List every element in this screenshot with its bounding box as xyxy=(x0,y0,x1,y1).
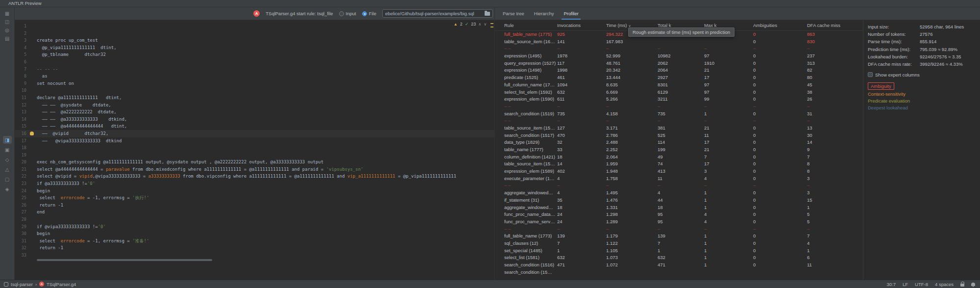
tab-hierarchy[interactable]: Hierarchy xyxy=(529,7,559,20)
table-row[interactable]: aggregate_windowed…181.33118101 xyxy=(495,204,863,211)
antlr-preview-icon[interactable]: ◨ xyxy=(3,136,12,144)
code-line[interactable]: 28 xyxy=(15,216,494,223)
table-row[interactable]: expression_elem (1589)4021.948413308 xyxy=(495,168,863,175)
code-line[interactable]: 19 xyxy=(15,152,494,159)
table-row[interactable]: full_table_name (1773)1391.179139107 xyxy=(495,233,863,240)
caret-position[interactable]: 30:7 xyxy=(886,282,896,287)
code-line[interactable]: 26 return -1 xyxy=(15,202,494,209)
input-radio[interactable]: Input xyxy=(339,11,356,16)
code-line[interactable]: 21select @a44444444444444 = paravalue fr… xyxy=(15,166,494,173)
table-row[interactable]: table_source_item (15…141.959741708 xyxy=(495,160,863,168)
tool-window-icon-3[interactable]: △ xyxy=(3,165,12,173)
tool-window-icon-2[interactable]: ◇ xyxy=(3,156,12,163)
code-line[interactable]: 7-- -- -- xyxy=(15,66,494,73)
code-line[interactable]: 31 select errorcode = -1, errormsg = '准备… xyxy=(15,237,494,245)
code-line[interactable]: 3create proc up_com_test xyxy=(15,37,494,44)
table-row[interactable]: search_condition (1519)7354.1587351031 xyxy=(495,110,863,118)
code-line[interactable]: 18 xyxy=(15,144,494,152)
code-line[interactable]: 8 as xyxy=(15,73,494,80)
table-row[interactable]: – ––––––– xyxy=(495,117,863,125)
table-row[interactable]: expression_elem (1590)6115.266321199026 xyxy=(495,96,863,103)
indent-size[interactable]: 4 spaces xyxy=(935,282,954,287)
table-row[interactable]: query_expression (1527)11748.76120621910… xyxy=(495,60,863,67)
table-row[interactable]: func_proc_name_serv…241.28995405 xyxy=(495,218,863,226)
table-row[interactable]: column_definition (1421)182.06449707 xyxy=(495,154,863,161)
error-stripe-mark[interactable] xyxy=(490,23,493,24)
prev-issue-icon[interactable]: ∧ xyxy=(478,22,481,26)
code-line[interactable]: 9set nocount on xyxy=(15,80,494,87)
horizontal-scrollbar[interactable] xyxy=(37,259,212,261)
code-line[interactable]: 14 —— —— @a333333333333 dtkind, xyxy=(15,116,494,123)
column-header-invocations[interactable]: Invocations xyxy=(557,23,606,28)
notifications-bell-icon[interactable] xyxy=(971,283,975,286)
table-row[interactable]: select_list (1581)6321.073632106 xyxy=(495,254,863,262)
table-row[interactable]: execute_parameter (1…41.75811403 xyxy=(495,175,863,183)
table-row[interactable]: expression (1495)197852.99910982970237 xyxy=(495,52,863,60)
code-line[interactable]: 29if @vipa333333333333 !='0' xyxy=(15,223,494,231)
code-line[interactable]: 4 @p_vipa1111111111111 dtint, xyxy=(15,44,494,52)
column-header-rule[interactable]: Rule xyxy=(504,23,557,28)
tool-window-icon-1[interactable]: ▣ xyxy=(3,146,12,154)
inspections-widget[interactable]: ▲2 ✓23 ∧ ∨ xyxy=(454,22,487,26)
code-line[interactable]: 13 —— —— @a2222222222 dtdate, xyxy=(15,108,494,116)
breadcrumb-file[interactable]: TSqlParser.g4 xyxy=(47,282,76,287)
table-row[interactable]: sql_clauses (12)71.1227104 xyxy=(495,240,863,247)
bookmarks-icon[interactable]: ▤ xyxy=(3,34,12,42)
table-row[interactable]: if_statement (31)351.476441015 xyxy=(495,197,863,204)
table-row[interactable]: table_name (1777)332.2521992109 xyxy=(495,146,863,154)
tab-parse-tree[interactable]: Parse tree xyxy=(498,7,529,20)
table-row[interactable]: search_condition (1517)4702.78652511030 xyxy=(495,132,863,139)
table-row[interactable]: data_type (1829)322.48811417014 xyxy=(495,139,863,146)
structure-icon[interactable]: ◫ xyxy=(3,18,12,26)
column-header-ambiguities[interactable]: Ambiguities xyxy=(753,23,807,28)
code-line[interactable]: 15 —— —— @a44444444444444 dtint, xyxy=(15,123,494,130)
table-row[interactable]: aggregate_windowed…41.4954103 xyxy=(495,189,863,197)
intention-bulb-icon[interactable] xyxy=(30,131,34,135)
table-row[interactable]: set_special (1485)11.1051101 xyxy=(495,247,863,255)
code-line[interactable]: 2 xyxy=(15,30,494,37)
file-radio[interactable]: File xyxy=(362,11,376,16)
table-row[interactable]: select_list_elem (1592)6326.669612997038 xyxy=(495,89,863,96)
next-issue-icon[interactable]: ∨ xyxy=(484,22,487,26)
table-row[interactable]: full_column_name (17…10948.635830197045 xyxy=(495,81,863,89)
file-path-field[interactable]: ebelice/Github/tsql-parser/examples/big.… xyxy=(382,9,493,18)
table-row[interactable]: func_proc_name_data…241.29895405 xyxy=(495,211,863,218)
code-line[interactable]: 16 —— @vipid dtchar32, xyxy=(15,130,494,137)
code-line[interactable]: 33 xyxy=(15,252,494,259)
folder-icon[interactable] xyxy=(485,12,490,16)
table-row[interactable]: table_source_item (16…141167.9830830 xyxy=(495,38,863,46)
encoding[interactable]: UTF-8 xyxy=(915,282,928,287)
line-ending[interactable]: LF xyxy=(903,282,908,287)
table-row[interactable]: – ––––––– xyxy=(495,182,863,189)
table-row[interactable]: search_condition (1516)4711.0724711011 xyxy=(495,262,863,269)
tab-profiler[interactable]: Profiler xyxy=(559,7,583,20)
code-line[interactable]: 1 xyxy=(15,23,494,30)
column-header-dfa-cache-miss[interactable]: DFA cache miss xyxy=(807,23,862,28)
code-line[interactable]: 11declare @a1111111111111 dtint, xyxy=(15,94,494,102)
table-row[interactable]: table_source_item (15…1273.17138121013 xyxy=(495,125,863,132)
readonly-lock-icon[interactable] xyxy=(960,284,964,287)
table-row[interactable]: – ––––––– xyxy=(495,103,863,110)
code-line[interactable]: 27end xyxy=(15,209,494,216)
code-line[interactable]: 23if @a33333333333 !='0' xyxy=(15,180,494,187)
breadcrumb-project[interactable]: tsql-parser xyxy=(11,282,33,287)
code-line[interactable]: 22select @vipid = vipid,@vipa33333333333… xyxy=(15,173,494,180)
code-line[interactable]: 25 select errorcode = -1, errormsg = '执行… xyxy=(15,194,494,202)
tool-window-icon-4[interactable]: ▢ xyxy=(3,175,12,183)
code-editor[interactable]: ▲2 ✓23 ∧ ∨ 123create proc up_com_test4 @… xyxy=(15,20,494,280)
code-line[interactable]: 32 return -1 xyxy=(15,244,494,252)
table-row[interactable]: – ––––––– xyxy=(495,226,863,233)
table-row[interactable]: search_condition (15… xyxy=(495,269,863,276)
project-icon[interactable]: ▦ xyxy=(3,9,12,17)
table-row[interactable]: predicate (1525)46113.444292717080 xyxy=(495,74,863,81)
code-line[interactable]: 20exec nb_com_getsysconfig @a11111111111… xyxy=(15,158,494,166)
code-line[interactable]: 24begin xyxy=(15,187,494,195)
code-line[interactable]: 5 @p_tblname dtchar32 xyxy=(15,51,494,58)
code-line[interactable]: 17 —— @vipa333333333333 dtkind xyxy=(15,137,494,145)
error-stripe-mark[interactable] xyxy=(490,26,493,27)
code-line[interactable]: 10 xyxy=(15,87,494,94)
table-row[interactable]: – ––––––– xyxy=(495,45,863,52)
table-row[interactable]: expression (1498)199820.342206421082 xyxy=(495,67,863,74)
show-expert-columns-checkbox[interactable]: Show expert columns xyxy=(868,71,976,78)
code-line[interactable]: 6 xyxy=(15,58,494,66)
